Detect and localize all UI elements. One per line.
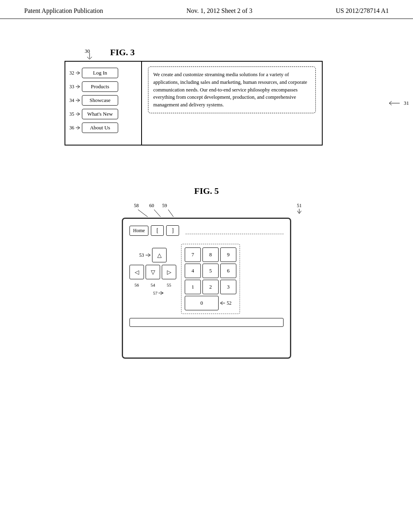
svg-line-13 — [77, 112, 80, 114]
fig5-diagram: Home [ ] 53 — [122, 218, 291, 359]
ref-51: 51 — [297, 203, 302, 209]
fig5-bottom-bar — [129, 318, 284, 327]
bracket-open-button[interactable]: [ — [151, 225, 164, 236]
zero-row: 0 52 — [185, 296, 236, 310]
svg-line-4 — [77, 71, 80, 73]
ref-58: 58 — [134, 203, 139, 209]
numpad-2[interactable]: 2 — [202, 280, 219, 294]
ref-51-label: 51 — [295, 203, 303, 215]
svg-line-16 — [77, 126, 80, 128]
ref31-arrow-icon — [388, 99, 404, 107]
ref30-arrow-icon — [86, 53, 98, 61]
header-right: US 2012/278714 A1 — [336, 7, 389, 15]
login-button[interactable]: Log In — [82, 68, 118, 78]
ref35-arrow-icon — [76, 112, 81, 116]
whatsnew-button[interactable]: What's New — [82, 109, 118, 119]
nav-row-products: 33 Products — [69, 81, 137, 92]
fig5-numpad-grid: 7 8 9 4 5 6 1 2 3 — [185, 247, 236, 294]
ref57-arrow-icon — [159, 291, 165, 295]
fig5-top-buttons: Home [ ] — [129, 225, 284, 236]
ref-54: 54 — [146, 283, 160, 287]
svg-line-17 — [77, 128, 80, 129]
numpad-8[interactable]: 8 — [202, 247, 219, 262]
ref-57: 57 — [153, 291, 158, 295]
nav-row-aboutus: 36 About Us — [69, 123, 137, 133]
numpad-5[interactable]: 5 — [202, 264, 219, 278]
ref57-wrapper: 57 — [153, 291, 165, 295]
ref33-arrow-icon — [76, 84, 81, 89]
main-content: 30 FIG. 3 32 — [0, 19, 413, 375]
svg-line-24 — [138, 210, 148, 217]
fig3-content-panel: We create and customize streaming media … — [142, 62, 322, 145]
svg-line-28 — [148, 254, 150, 255]
products-button[interactable]: Products — [82, 81, 118, 92]
svg-line-25 — [154, 210, 161, 217]
ref34-arrow-icon — [76, 98, 81, 103]
fig5-section: FIG. 5 58 60 59 51 — [24, 186, 389, 359]
home-button[interactable]: Home — [129, 226, 148, 236]
ref-33: 33 — [69, 84, 74, 90]
fig3-nav-panel: 32 Log In 33 — [65, 62, 142, 145]
numpad-6[interactable]: 6 — [220, 264, 236, 278]
header-center: Nov. 1, 2012 Sheet 2 of 3 — [186, 7, 252, 15]
ref-31: 31 — [404, 100, 409, 106]
numpad-border-top — [186, 234, 284, 234]
fig3-content-box: We create and customize streaming media … — [148, 66, 316, 113]
bracket-close-button[interactable]: ] — [166, 225, 179, 236]
ref-35: 35 — [69, 111, 74, 117]
svg-line-5 — [77, 73, 80, 75]
nav-row-whatsnew: 35 What's New — [69, 109, 137, 119]
svg-line-35 — [220, 303, 223, 305]
ref-60: 60 — [149, 203, 154, 209]
svg-line-29 — [148, 255, 150, 257]
left-button[interactable]: ◁ — [129, 265, 144, 279]
ref-arrows-row — [130, 210, 291, 218]
svg-line-7 — [77, 85, 80, 87]
svg-line-11 — [77, 100, 80, 102]
svg-line-20 — [389, 103, 392, 105]
fig5-ldr-row: ◁ ▽ ▷ — [129, 265, 176, 279]
numpad-0[interactable]: 0 — [185, 296, 219, 310]
numpad-1[interactable]: 1 — [185, 280, 201, 294]
fig5-top-refs: 58 60 59 51 — [130, 203, 291, 209]
numpad-9[interactable]: 9 — [220, 247, 236, 262]
nav-row-login: 32 Log In — [69, 68, 137, 78]
nav-row-showcase: 34 Showcase — [69, 95, 137, 106]
down-button[interactable]: ▽ — [146, 265, 160, 279]
fig5-title: FIG. 5 — [194, 186, 219, 196]
ref52-arrow-icon — [220, 301, 227, 305]
ref-34: 34 — [69, 98, 74, 104]
ref-31-label: 31 — [388, 99, 409, 107]
numpad-4[interactable]: 4 — [185, 264, 201, 278]
svg-line-19 — [389, 101, 392, 103]
numpad-7[interactable]: 7 — [185, 247, 201, 262]
svg-line-31 — [161, 291, 163, 293]
aboutus-button[interactable]: About Us — [82, 123, 118, 133]
svg-line-26 — [168, 210, 173, 217]
fig3-title: FIG. 3 — [110, 47, 135, 58]
up-button[interactable]: △ — [152, 248, 167, 262]
svg-line-10 — [77, 99, 80, 100]
showcase-button[interactable]: Showcase — [82, 95, 118, 106]
ref-56: 56 — [129, 283, 144, 287]
svg-line-22 — [297, 211, 299, 214]
svg-line-14 — [77, 114, 80, 116]
numpad-wrapper: 7 8 9 4 5 6 1 2 3 — [181, 244, 284, 314]
top-arrows-svg — [130, 210, 211, 218]
ref-59: 59 — [162, 203, 167, 209]
svg-line-2 — [90, 57, 92, 59]
ref32-arrow-icon — [76, 71, 81, 75]
svg-line-1 — [87, 57, 90, 59]
fig5-directional-controls: 53 △ ◁ ▽ ▷ — [129, 248, 176, 314]
ref-55: 55 — [162, 283, 176, 287]
ref52-wrapper: 52 — [220, 300, 232, 306]
header-left: Patent Application Publication — [24, 7, 103, 15]
ref36-arrow-icon — [76, 125, 81, 130]
right-button[interactable]: ▷ — [162, 265, 176, 279]
fig5-diagram-wrapper: 58 60 59 51 — [122, 203, 291, 359]
numpad-3[interactable]: 3 — [220, 280, 236, 294]
ref-53-inline: 53 — [139, 252, 144, 258]
ref53-arrow-icon — [146, 253, 151, 257]
fig3-section: 30 FIG. 3 32 — [24, 47, 389, 145]
fig3-diagram: 32 Log In 33 — [65, 61, 323, 145]
